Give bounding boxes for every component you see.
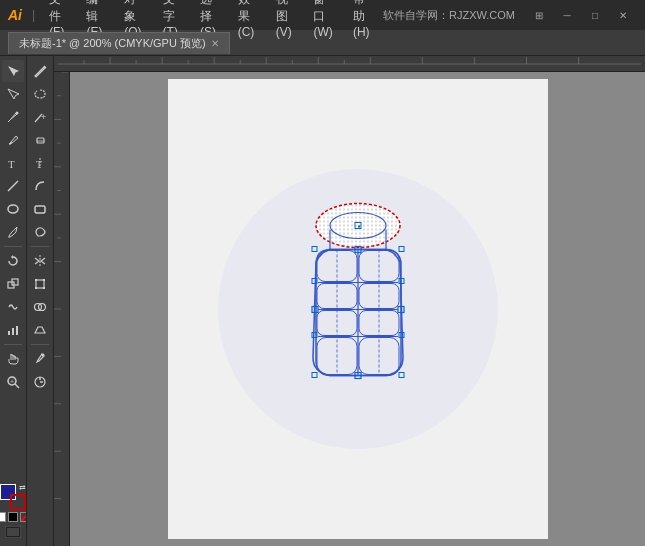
document-tab[interactable]: 未标题-1* @ 200% (CMYK/GPU 预览) ✕	[8, 32, 230, 54]
toolbar-separator-1	[4, 246, 22, 247]
graph-tool[interactable]	[2, 319, 24, 341]
svg-rect-24	[43, 279, 45, 281]
toolbar-separator-2	[4, 344, 22, 345]
scale-tool[interactable]	[2, 273, 24, 295]
measure-tool[interactable]	[29, 371, 51, 393]
close-button[interactable]: ✕	[609, 6, 637, 24]
minimize-button[interactable]: ─	[553, 6, 581, 24]
document-canvas	[168, 79, 548, 539]
add-anchor-tool[interactable]: +	[29, 106, 51, 128]
svg-rect-20	[35, 206, 45, 213]
arc-tool[interactable]	[29, 175, 51, 197]
tab-close-button[interactable]: ✕	[211, 38, 219, 49]
left-toolbar: T	[0, 56, 27, 546]
swap-icon[interactable]: ⇄	[19, 484, 26, 492]
ellipse-tool[interactable]	[2, 198, 24, 220]
svg-rect-26	[43, 287, 45, 289]
warp-tool[interactable]	[2, 296, 24, 318]
shape-builder-tool[interactable]	[29, 296, 51, 318]
pencil-tool[interactable]	[2, 129, 24, 151]
menu-view[interactable]: 视图(V)	[268, 0, 306, 43]
select-tool[interactable]	[2, 60, 24, 82]
perspective-tool[interactable]	[29, 319, 51, 341]
svg-rect-68	[358, 226, 360, 228]
eyedropper-tool[interactable]	[29, 348, 51, 370]
svg-rect-93	[399, 373, 404, 378]
right-toolbar: + T	[27, 56, 54, 546]
line-tool[interactable]	[2, 175, 24, 197]
hand-tool[interactable]	[2, 348, 24, 370]
black-swatch[interactable]	[8, 512, 18, 522]
rectangle-tool[interactable]	[29, 198, 51, 220]
website-label: 软件自学网：RJZXW.COM	[383, 8, 515, 23]
canvas-area	[54, 56, 645, 546]
type-tool[interactable]: T	[2, 152, 24, 174]
right-toolbar-separator-1	[31, 246, 49, 247]
svg-rect-90	[312, 247, 317, 252]
pen-tool[interactable]	[2, 106, 24, 128]
left-ruler	[54, 72, 70, 546]
vertical-type-tool[interactable]: T	[29, 152, 51, 174]
svg-text:+: +	[10, 378, 14, 385]
svg-line-10	[15, 384, 19, 388]
fill-stroke-indicator[interactable]: ⇄	[0, 484, 26, 510]
ai-logo: Ai	[8, 7, 22, 23]
menu-separator-icon: |	[32, 8, 35, 22]
color-controls: ⇄	[0, 482, 27, 542]
quick-colors	[0, 512, 27, 522]
right-toolbar-separator-2	[31, 344, 49, 345]
direct-select-tool[interactable]	[2, 83, 24, 105]
svg-rect-7	[12, 328, 14, 335]
svg-rect-16	[37, 138, 44, 143]
maximize-button[interactable]: □	[581, 6, 609, 24]
svg-rect-6	[8, 331, 10, 335]
white-swatch[interactable]	[0, 512, 6, 522]
svg-rect-13	[7, 528, 19, 536]
jacket-svg	[258, 188, 458, 428]
svg-line-2	[8, 181, 18, 191]
reflect-tool[interactable]	[29, 250, 51, 272]
menu-effect[interactable]: 效果(C)	[230, 0, 268, 43]
zoom-tool[interactable]: +	[2, 371, 24, 393]
menu-help[interactable]: 帮助(H)	[345, 0, 383, 43]
svg-point-29	[42, 354, 45, 357]
tab-label: 未标题-1* @ 200% (CMYK/GPU 预览)	[19, 36, 206, 51]
magic-wand-tool[interactable]	[29, 60, 51, 82]
main-layout: T	[0, 56, 645, 546]
grid-icon[interactable]: ⊞	[525, 6, 553, 24]
svg-rect-8	[16, 326, 18, 335]
title-bar: Ai | 文件(F) 编辑(E) 对象(O) 文字(T) 选择(S) 效果(C)…	[0, 0, 645, 30]
lasso-tool[interactable]	[29, 83, 51, 105]
toolbar-wrapper: T	[0, 56, 54, 546]
erase-tool[interactable]	[29, 129, 51, 151]
svg-point-3	[8, 205, 18, 213]
stroke-color-box[interactable]	[10, 494, 26, 510]
rotate-tool[interactable]	[2, 250, 24, 272]
svg-rect-23	[35, 279, 37, 281]
svg-text:T: T	[8, 158, 15, 170]
svg-rect-92	[312, 373, 317, 378]
svg-rect-25	[35, 287, 37, 289]
menu-window[interactable]: 窗口(W)	[305, 0, 345, 43]
free-transform-tool[interactable]	[29, 273, 51, 295]
none-swatch[interactable]	[20, 512, 27, 522]
jacket-illustration	[258, 188, 458, 431]
svg-point-0	[16, 112, 19, 115]
svg-rect-22	[36, 280, 44, 288]
top-ruler	[54, 56, 645, 72]
paintbrush-tool[interactable]	[2, 221, 24, 243]
svg-rect-91	[399, 247, 404, 252]
window-controls: ⊞ ─ □ ✕	[525, 6, 637, 24]
screen-mode[interactable]	[0, 526, 27, 538]
svg-text:+: +	[41, 112, 46, 122]
blob-brush-tool[interactable]	[29, 221, 51, 243]
svg-text:T: T	[36, 159, 42, 170]
